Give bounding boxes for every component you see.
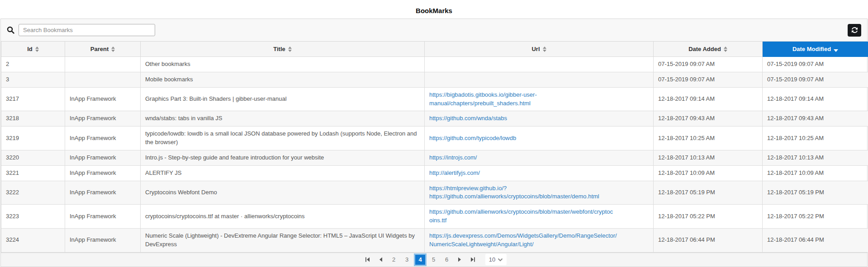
cell-title: cryptocoins/cryptocoins.ttf at master · … bbox=[141, 205, 425, 229]
refresh-icon bbox=[851, 27, 858, 33]
cell-title: wnda/stabs: tabs in vanilla JS bbox=[141, 111, 425, 126]
table-row: 3223 InApp Framework cryptocoins/cryptoc… bbox=[1, 205, 868, 229]
table-row: 3221 InApp Framework ALERTIFY JS http://… bbox=[1, 165, 868, 181]
cell-id: 3219 bbox=[1, 126, 65, 150]
cell-title: Intro.js - Step-by-step guide and featur… bbox=[141, 150, 425, 165]
cell-id: 3221 bbox=[1, 165, 65, 181]
step-forward-icon bbox=[470, 257, 475, 262]
search-input[interactable] bbox=[19, 24, 155, 36]
table-header-row: Id Parent Title Url Date Added Date Modi… bbox=[1, 42, 868, 57]
page-button[interactable]: 3 bbox=[401, 254, 413, 265]
page-button[interactable]: 5 bbox=[427, 254, 440, 265]
bookmark-link[interactable]: https://js.devexpress.com/Demos/WidgetsG… bbox=[429, 232, 649, 249]
cell-title: Graphics Part 3: Built-in Shaders | gibb… bbox=[141, 87, 425, 111]
bookmark-link[interactable]: https://github.com/allienworks/cryptocoi… bbox=[429, 208, 649, 225]
toolbar bbox=[1, 19, 867, 42]
page-button-active[interactable]: 4 bbox=[414, 253, 427, 266]
column-header-id[interactable]: Id bbox=[1, 42, 65, 57]
refresh-button[interactable] bbox=[848, 24, 861, 37]
bookmark-link[interactable]: https://github.com/typicode/lowdb bbox=[429, 134, 649, 143]
cell-url: https://js.devexpress.com/Demos/WidgetsG… bbox=[425, 228, 654, 252]
cell-parent: InApp Framework bbox=[65, 181, 141, 205]
cell-date-added: 12-18-2017 09:43 AM bbox=[654, 111, 763, 126]
cell-date-modified: 12-18-2017 06:44 PM bbox=[763, 228, 868, 252]
cell-title: Cryptocoins Webfont Demo bbox=[141, 181, 425, 205]
bookmark-link[interactable]: https://htmlpreview.github.io/?https://g… bbox=[429, 184, 649, 201]
cell-parent: InApp Framework bbox=[65, 87, 141, 111]
page-size-select[interactable]: 10 bbox=[485, 254, 507, 265]
cell-date-modified: 12-18-2017 05:19 PM bbox=[763, 181, 868, 205]
cell-date-modified: 12-18-2017 10:13 AM bbox=[763, 150, 868, 165]
caret-left-icon bbox=[379, 257, 383, 262]
cell-title: Mobile bookmarks bbox=[141, 72, 425, 87]
cell-parent: InApp Framework bbox=[65, 150, 141, 165]
table-row: 3218 InApp Framework wnda/stabs: tabs in… bbox=[1, 111, 868, 126]
caret-right-icon bbox=[458, 257, 462, 262]
bookmark-link[interactable]: http://alertifyjs.com/ bbox=[429, 169, 649, 178]
page-button[interactable]: 2 bbox=[388, 254, 400, 265]
sort-both-icon bbox=[111, 47, 115, 52]
pagination-bar: 2 3 4 5 6 10 bbox=[1, 253, 867, 267]
cell-date-modified: 12-18-2017 05:22 PM bbox=[763, 205, 868, 229]
column-header-url[interactable]: Url bbox=[425, 42, 654, 57]
cell-id: 3 bbox=[1, 72, 65, 87]
bookmark-link[interactable]: https://bigbadotis.gitbooks.io/gibber-us… bbox=[429, 91, 649, 108]
chevron-down-icon bbox=[498, 258, 503, 262]
first-page-button[interactable] bbox=[361, 254, 374, 265]
table-row: 2 Other bookmarks 07-15-2019 09:07 AM 07… bbox=[1, 57, 868, 72]
cell-url: https://bigbadotis.gitbooks.io/gibber-us… bbox=[425, 87, 654, 111]
cell-parent: InApp Framework bbox=[65, 205, 141, 229]
cell-date-added: 07-15-2019 09:07 AM bbox=[654, 57, 763, 72]
step-backward-icon bbox=[365, 257, 370, 262]
cell-url: https://github.com/typicode/lowdb bbox=[425, 126, 654, 150]
prev-page-button[interactable] bbox=[375, 254, 387, 265]
cell-title: Other bookmarks bbox=[141, 57, 425, 72]
table-row: 3222 InApp Framework Cryptocoins Webfont… bbox=[1, 181, 868, 205]
last-page-button[interactable] bbox=[467, 254, 479, 265]
cell-id: 3218 bbox=[1, 111, 65, 126]
column-header-date-added[interactable]: Date Added bbox=[654, 42, 763, 57]
cell-date-added: 12-18-2017 10:09 AM bbox=[654, 165, 763, 181]
cell-id: 3222 bbox=[1, 181, 65, 205]
table-row: 3219 InApp Framework typicode/lowdb: low… bbox=[1, 126, 868, 150]
column-header-parent[interactable]: Parent bbox=[65, 42, 141, 57]
cell-url bbox=[425, 57, 654, 72]
page-button[interactable]: 6 bbox=[441, 254, 453, 265]
cell-title: typicode/lowdb: lowdb is a small local J… bbox=[141, 126, 425, 150]
bookmark-link[interactable]: https://introjs.com/ bbox=[429, 154, 649, 162]
cell-id: 3224 bbox=[1, 228, 65, 252]
sort-both-icon bbox=[724, 47, 727, 52]
sort-both-icon bbox=[35, 47, 39, 52]
table-row: 3220 InApp Framework Intro.js - Step-by-… bbox=[1, 150, 868, 165]
next-page-button[interactable] bbox=[454, 254, 466, 265]
cell-parent: InApp Framework bbox=[65, 111, 141, 126]
bookmarks-widget: Id Parent Title Url Date Added Date Modi… bbox=[0, 19, 868, 267]
sort-both-icon bbox=[543, 47, 546, 52]
cell-title: Numeric Scale (Lightweight) - DevExtreme… bbox=[141, 228, 425, 252]
table-row: 3 Mobile bookmarks 07-15-2019 09:07 AM 0… bbox=[1, 72, 868, 87]
table-row: 3217 InApp Framework Graphics Part 3: Bu… bbox=[1, 87, 868, 111]
cell-id: 3223 bbox=[1, 205, 65, 229]
cell-url: https://htmlpreview.github.io/?https://g… bbox=[425, 181, 654, 205]
search-icon bbox=[7, 26, 14, 34]
column-header-title[interactable]: Title bbox=[141, 42, 425, 57]
cell-date-added: 12-18-2017 05:22 PM bbox=[654, 205, 763, 229]
bookmarks-table: Id Parent Title Url Date Added Date Modi… bbox=[1, 42, 868, 253]
column-header-date-modified[interactable]: Date Modified bbox=[763, 42, 868, 57]
page-title: BookMarks bbox=[0, 0, 868, 14]
cell-title: ALERTIFY JS bbox=[141, 165, 425, 181]
cell-date-added: 12-18-2017 09:14 AM bbox=[654, 87, 763, 111]
cell-date-added: 12-18-2017 06:44 PM bbox=[654, 228, 763, 252]
cell-url: http://alertifyjs.com/ bbox=[425, 165, 654, 181]
cell-parent bbox=[65, 57, 141, 72]
cell-id: 2 bbox=[1, 57, 65, 72]
cell-date-modified: 07-15-2019 09:07 AM bbox=[763, 72, 868, 87]
cell-url: https://github.com/wnda/stabs bbox=[425, 111, 654, 126]
cell-date-modified: 12-18-2017 10:09 AM bbox=[763, 165, 868, 181]
bookmark-link[interactable]: https://github.com/wnda/stabs bbox=[429, 114, 649, 123]
table-row: 3224 InApp Framework Numeric Scale (Ligh… bbox=[1, 228, 868, 252]
cell-url: https://introjs.com/ bbox=[425, 150, 654, 165]
cell-date-modified: 12-18-2017 09:14 AM bbox=[763, 87, 868, 111]
cell-url: https://github.com/allienworks/cryptocoi… bbox=[425, 205, 654, 229]
cell-parent: InApp Framework bbox=[65, 228, 141, 252]
